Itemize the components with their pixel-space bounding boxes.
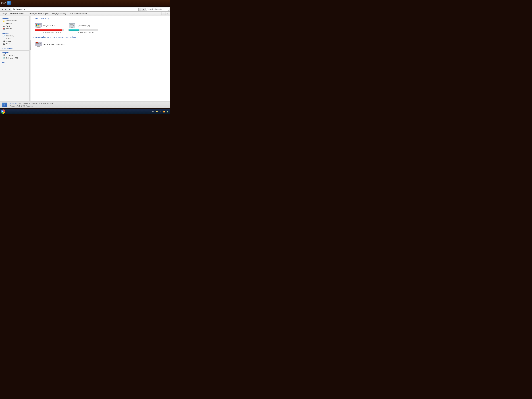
- sidebar-pictures-label: Obrazy: [6, 40, 11, 42]
- open-panel-button[interactable]: Otwórz Panel sterowania: [68, 12, 88, 15]
- drive-c-item[interactable]: OS_Install (C:) 6,79 GB wolnych z 97,6 G…: [34, 22, 65, 34]
- sidebar-item-libraries-fav[interactable]: 📚 Biblioteki: [0, 27, 29, 30]
- hard-drives-title: Dyski twarde (2): [35, 17, 49, 19]
- refresh-button[interactable]: ↻: [142, 8, 145, 11]
- address-bar: ◀ ▶ ▲ 🖥 ▶ Komputer ▶ ▾ ↻ Przeszukaj: Kom…: [0, 7, 170, 12]
- drive-c-header: OS_Install (C:): [35, 22, 64, 29]
- hard-drives-header: ▲ Dyski twarde (2): [33, 17, 168, 20]
- hard-drives-collapse[interactable]: ▲: [33, 18, 35, 19]
- sidebar-d-drive-label: Dysk lokalny (D:): [6, 57, 18, 59]
- map-drive-button[interactable]: Mapuj dysk sieciowy: [50, 12, 67, 15]
- explorer-window: ◀ ▶ ▲ 🖥 ▶ Komputer ▶ ▾ ↻ Przeszukaj: Kom…: [0, 7, 170, 108]
- svg-rect-22: [37, 46, 40, 47]
- status-processor-row: Procesor: AMD E-350 Processor: [10, 105, 53, 107]
- sidebar-item-documents[interactable]: 📄 Dokumenty: [0, 35, 29, 37]
- drive-d-icon: [69, 22, 76, 29]
- status-memory-key: Pamięć:: [41, 103, 46, 105]
- chrome-inner: [2, 111, 4, 112]
- d-drive-icon: 💽: [3, 57, 5, 59]
- drive-d-bar-container: [69, 29, 98, 31]
- libraries-fav-icon: 📚: [3, 28, 5, 30]
- drives-container: OS_Install (C:) 6,79 GB wolnych z 97,6 G…: [33, 22, 168, 34]
- svg-rect-8: [37, 27, 40, 28]
- svg-rect-12: [70, 25, 72, 25]
- sidebar-music-label: Muzyka: [6, 38, 11, 39]
- sidebar-recent-label: Ostatnie miejsca: [6, 20, 18, 22]
- svg-rect-11: [70, 24, 73, 25]
- hard-drives-section: ▲ Dyski twarde (2): [33, 17, 168, 34]
- svg-rect-5: [38, 25, 38, 26]
- sidebar: Ulubione ⭐ Ostatnie miejsca ⬇ Pobrane 🖥 …: [0, 16, 29, 101]
- sidebar-desktop-label: Pulpit: [6, 25, 10, 27]
- sidebar-item-desktop[interactable]: 🖥 Pulpit: [0, 25, 29, 27]
- svg-rect-4: [36, 25, 37, 26]
- sidebar-item-videos[interactable]: 🎬 Wideo: [0, 43, 29, 45]
- sidebar-computer-title[interactable]: Komputer: [0, 51, 29, 54]
- tray-icon-1: 📁: [155, 110, 158, 113]
- toolbar: nizuj ▾ Właściwości systemu Odinstaluj l…: [0, 12, 170, 16]
- status-workgroup-key: Grupa robocza:: [18, 103, 29, 105]
- documents-icon: 📄: [3, 35, 5, 37]
- sidebar-network-title[interactable]: Sieć: [0, 61, 29, 64]
- drive-c-icon: [35, 22, 42, 29]
- sidebar-item-recent[interactable]: ⭐ Ostatnie miejsca: [0, 19, 29, 22]
- drive-d-item[interactable]: Dysk lokalny (D:) 230 GB wolnych z 359 G…: [68, 22, 99, 34]
- sidebar-scrollbar-thumb[interactable]: [30, 40, 31, 51]
- path-label: Komputer: [16, 8, 24, 10]
- sidebar-libraries-title[interactable]: Biblioteki: [0, 32, 29, 35]
- address-path-box[interactable]: 🖥 ▶ Komputer ▶: [11, 8, 138, 11]
- main-panel: ▲ Dyski twarde (2): [31, 16, 170, 101]
- status-bar: 🖥 OLEK-MSI Grupa robocza: WORKGROUP Pami…: [0, 101, 170, 108]
- drive-c-name: OS_Install (C:): [43, 25, 55, 27]
- start-orb[interactable]: [7, 1, 12, 6]
- taskbar-bottom: PL 📁 🔊 📶 🔋: [0, 109, 170, 114]
- desktop-icon: 🖥: [3, 25, 5, 27]
- dvd-icon: DVD: [35, 41, 42, 47]
- sidebar-scrollbar[interactable]: [29, 16, 31, 101]
- status-computer-name: OLEK-MSI: [10, 103, 18, 105]
- sidebar-item-d-drive[interactable]: 💽 Dysk lokalny (D:): [0, 57, 29, 59]
- sidebar-item-music[interactable]: ♪ Muzyka: [0, 37, 29, 40]
- drive-d-info: 230 GB wolnych z 359 GB: [77, 32, 98, 33]
- view-button[interactable]: ⊞: [161, 12, 165, 15]
- view-dropdown[interactable]: ▾: [165, 12, 169, 15]
- drive-c-bar-container: [35, 29, 64, 31]
- system-properties-button[interactable]: Właściwości systemu: [8, 12, 26, 15]
- sidebar-videos-label: Wideo: [6, 43, 10, 45]
- dvd-drive-name: Stacja dysków DVD RW (E:): [44, 43, 65, 45]
- svg-rect-21: [40, 43, 41, 44]
- taskbar-title: nter: [1, 2, 6, 4]
- svg-rect-3: [38, 24, 38, 25]
- back-button[interactable]: ◀: [1, 8, 4, 11]
- search-box[interactable]: Przeszukaj: Komputer: [145, 8, 169, 11]
- system-tray: PL 📁 🔊 📶 🔋: [152, 110, 169, 113]
- downloads-icon: ⬇: [3, 22, 5, 25]
- sidebar-item-c-drive[interactable]: 💾 OS_Install (C:): [0, 54, 29, 57]
- dvd-drive-item[interactable]: DVD Stacja dysków DVD RW (E:): [34, 40, 168, 48]
- sidebar-libraries-fav-label: Biblioteki: [6, 28, 12, 30]
- organize-button[interactable]: nizuj ▾: [1, 12, 8, 15]
- pictures-icon: 🖼: [3, 40, 5, 42]
- status-info: OLEK-MSI Grupa robocza: WORKGROUP Pamięć…: [10, 103, 53, 107]
- svg-rect-2: [36, 24, 37, 25]
- chrome-icon[interactable]: [1, 109, 5, 114]
- sidebar-homegroup-title[interactable]: Grupa domowa: [0, 47, 29, 50]
- removable-collapse[interactable]: ▲: [33, 37, 35, 38]
- separator-4: [0, 60, 29, 60]
- c-drive-icon: 💾: [3, 54, 5, 56]
- svg-text:DVD: DVD: [36, 43, 38, 43]
- svg-rect-15: [71, 27, 73, 28]
- forward-button[interactable]: ▶: [4, 8, 7, 11]
- sidebar-item-pictures[interactable]: 🖼 Obrazy: [0, 40, 29, 43]
- sidebar-favorites-title[interactable]: Ulubione: [0, 17, 29, 19]
- uninstall-button[interactable]: Odinstaluj lub zmień program: [26, 12, 50, 15]
- address-dropdown[interactable]: ▾: [139, 8, 141, 11]
- lang-indicator[interactable]: PL: [152, 110, 155, 113]
- taskbar-top: nter: [0, 0, 170, 6]
- tray-icon-2: 🔊: [159, 110, 162, 113]
- content-area: Ulubione ⭐ Ostatnie miejsca ⬇ Pobrane 🖥 …: [0, 16, 170, 101]
- sidebar-item-downloads[interactable]: ⬇ Pobrane: [0, 22, 29, 25]
- up-button[interactable]: ▲: [8, 8, 11, 11]
- status-workgroup: WORKGROUP: [29, 103, 40, 105]
- music-icon: ♪: [3, 38, 5, 40]
